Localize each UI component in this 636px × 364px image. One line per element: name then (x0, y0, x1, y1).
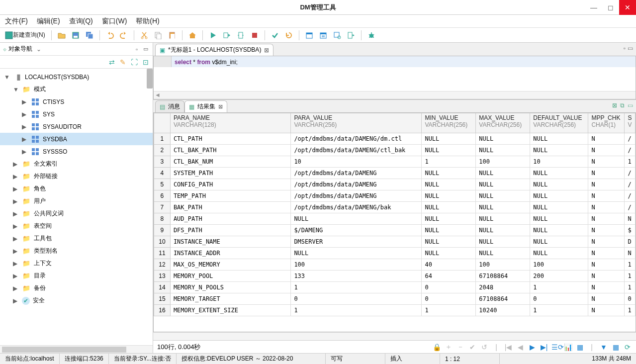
column-header[interactable]: DEFAULT_VALUEVARCHAR(256) (530, 113, 588, 133)
pin-result-icon[interactable]: ⊠ (612, 102, 617, 109)
tree-item-表空间[interactable]: ▶表空间 (0, 220, 153, 232)
apply-icon[interactable]: ✔ (468, 343, 477, 351)
settings-result-icon[interactable]: ▦ (575, 343, 584, 351)
table-row[interactable]: 14MEMORY_N_POOLS1020481N1 (154, 282, 636, 293)
cell[interactable]: NULL (530, 179, 588, 190)
cell[interactable]: NULL (422, 133, 476, 145)
cell[interactable]: 1 (530, 305, 588, 316)
cell[interactable]: NULL (422, 190, 476, 202)
expand-toggle[interactable]: ▶ (13, 273, 19, 279)
table-row[interactable]: 16MEMORY_EXTENT_SIZE11102401N1 (154, 305, 636, 316)
cell[interactable]: 100 (476, 259, 530, 271)
expand-toggle[interactable]: ▶ (13, 210, 19, 217)
expand-toggle[interactable]: ▶ (13, 235, 19, 242)
rollback-button[interactable] (283, 29, 295, 41)
tree-item-ctisys[interactable]: ▶CTISYS (0, 95, 153, 108)
prev-page-icon[interactable]: ◀ (516, 343, 525, 351)
expand-toggle[interactable]: ▶ (13, 248, 19, 255)
cell[interactable]: /opt/dmdbms/data/DAMENG (291, 190, 422, 202)
expand-toggle[interactable]: ▶ (22, 148, 28, 155)
cell[interactable]: NULL (291, 213, 422, 225)
table-row[interactable]: 10INSTANCE_NAMEDMSERVERNULLNULLNULLND (154, 236, 636, 248)
tree-item-角色[interactable]: ▶角色 (0, 182, 153, 195)
cell[interactable]: NULL (530, 145, 588, 156)
next-page-icon[interactable]: ▶ (528, 343, 537, 351)
cell[interactable]: NULL (476, 168, 530, 179)
cell[interactable]: / (625, 145, 636, 156)
cell[interactable]: BAK_PATH (170, 202, 291, 213)
cell[interactable]: N (625, 248, 636, 259)
sql-editor[interactable]: select * from v$dm_ini; (153, 56, 636, 99)
cell[interactable]: NULL (422, 225, 476, 236)
close-panel-icon[interactable]: ▭ (142, 45, 150, 53)
cell[interactable]: NULL (476, 133, 530, 145)
cell[interactable]: DMSERVER (291, 236, 422, 248)
cell[interactable]: MEMORY_POOL (170, 271, 291, 282)
tree-item-syssso[interactable]: ▶SYSSSO (0, 145, 153, 158)
max-result-icon[interactable]: ▭ (628, 102, 633, 109)
expand-toggle[interactable]: ▼ (4, 74, 10, 81)
cell[interactable]: NULL (422, 202, 476, 213)
tree-item-sysauditor[interactable]: ▶SYSAUDITOR (0, 120, 153, 133)
tree-item-localhost(sysdba)[interactable]: ▼LOCALHOST(SYSDBA) (0, 71, 153, 83)
detach-result-icon[interactable]: ⧉ (620, 102, 625, 109)
cell[interactable]: D (625, 236, 636, 248)
maximize-editor-icon[interactable]: ▭ (628, 45, 633, 52)
paste-button[interactable] (166, 29, 178, 41)
table-row[interactable]: 7BAK_PATH/opt/dmdbms/data/DAMENG/bakNULL… (154, 202, 636, 213)
cell[interactable]: 1 (625, 271, 636, 282)
table-row[interactable]: 5CONFIG_PATH/opt/dmdbms/data/DAMENGNULLN… (154, 179, 636, 190)
editor-tab[interactable]: *无标题1 - LOCALHOST(SYSDBA) ⊠ (155, 44, 273, 56)
cell[interactable]: / (625, 168, 636, 179)
expand-toggle[interactable]: ▶ (13, 223, 19, 230)
expand-toggle[interactable]: ▶ (22, 98, 28, 105)
expand-toggle[interactable]: ▶ (13, 173, 19, 180)
cell[interactable]: INSTANCE_NAME (170, 236, 291, 248)
cell[interactable]: / (625, 190, 636, 202)
expand-toggle[interactable]: ▶ (13, 285, 19, 292)
cell[interactable]: 1 (625, 305, 636, 316)
cell[interactable]: 1 (625, 259, 636, 271)
first-page-icon[interactable]: |◀ (504, 343, 513, 351)
expand-toggle[interactable]: ▶ (13, 198, 19, 205)
expand-toggle[interactable]: ▶ (22, 123, 28, 130)
cell[interactable]: NULL (476, 225, 530, 236)
cell[interactable]: N (625, 213, 636, 225)
cell[interactable]: /opt/dmdbms/data/DAMENG/ctl_bak (291, 145, 422, 156)
cell[interactable]: 67108864 (476, 271, 530, 282)
cell[interactable]: 40 (422, 259, 476, 271)
tree-item-用户[interactable]: ▶用户 (0, 195, 153, 207)
cell[interactable]: NULL (422, 145, 476, 156)
cell[interactable]: 100 (530, 259, 588, 271)
tree-item-上下文[interactable]: ▶上下文 (0, 257, 153, 270)
cell[interactable]: N (588, 133, 625, 145)
expand-toggle[interactable]: ▶ (22, 111, 28, 118)
calendar2-button[interactable] (317, 29, 329, 41)
cut-button[interactable] (138, 29, 150, 41)
window-close-button[interactable]: ✕ (619, 0, 636, 15)
tree-item-模式[interactable]: ▼模式 (0, 83, 153, 95)
grid-hscrollbar[interactable] (153, 332, 636, 340)
save-button[interactable] (70, 29, 82, 41)
execute-button[interactable] (207, 29, 219, 41)
cell[interactable]: NULL (530, 202, 588, 213)
cell[interactable]: NULL (476, 248, 530, 259)
cell[interactable]: N (588, 225, 625, 236)
cell[interactable]: 133 (291, 271, 422, 282)
cell[interactable]: 0 (422, 282, 476, 293)
table-row[interactable]: 9DFS_PATH$/DAMENGNULLNULLNULLN$ (154, 225, 636, 236)
cell[interactable]: NULL (476, 213, 530, 225)
cell[interactable]: N (588, 145, 625, 156)
new-obj-icon[interactable]: ✎ (120, 58, 126, 66)
cell[interactable]: / (625, 179, 636, 190)
cell[interactable]: NULL (530, 225, 588, 236)
cell[interactable]: NULL (530, 213, 588, 225)
refresh-result-icon[interactable]: ☰⟳ (551, 343, 560, 351)
cell[interactable]: 0 (291, 293, 422, 305)
cell[interactable]: N (588, 293, 625, 305)
menu-help[interactable]: 帮助(H) (136, 17, 159, 26)
results-tab[interactable]: 结果集 ⊠ (184, 100, 227, 112)
cell[interactable]: 10 (530, 156, 588, 168)
table-row[interactable]: 6TEMP_PATH/opt/dmdbms/data/DAMENGNULLNUL… (154, 190, 636, 202)
tree-item-公共同义词[interactable]: ▶公共同义词 (0, 207, 153, 220)
